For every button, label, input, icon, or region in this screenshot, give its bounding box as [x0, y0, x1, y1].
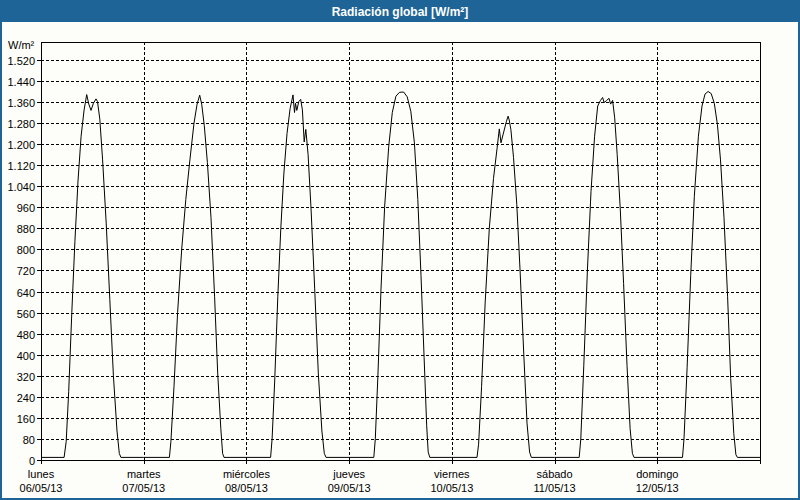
x-date-label: 09/05/13	[328, 482, 371, 494]
radiation-series	[41, 92, 760, 458]
app-window: Radiación global [W/m²] 0801602403204004…	[0, 0, 800, 500]
y-axis-labels: 0801602403204004805606407208008809601.04…	[7, 39, 35, 467]
window-title: Radiación global [W/m²]	[332, 5, 469, 19]
y-tick-label: 1.280	[7, 118, 35, 130]
radiation-chart: 0801602403204004805606407208008809601.04…	[2, 22, 798, 498]
radiation-line	[41, 92, 760, 458]
y-tick-label: 1.440	[7, 76, 35, 88]
gridlines	[41, 42, 760, 460]
y-tick-label: 240	[17, 392, 35, 404]
y-tick-label: 880	[17, 223, 35, 235]
y-tick-label: 1.200	[7, 139, 35, 151]
x-date-label: 08/05/13	[225, 482, 268, 494]
x-axis-labels: lunes06/05/13martes07/05/13miércoles08/0…	[20, 468, 679, 494]
y-tick-label: 640	[17, 287, 35, 299]
y-axis-unit-label: W/m²	[8, 39, 35, 51]
x-weekday-label: viernes	[434, 468, 470, 480]
y-tick-label: 1.120	[7, 160, 35, 172]
axis-ticks	[37, 61, 761, 465]
x-weekday-label: sábado	[537, 468, 573, 480]
x-date-label: 11/05/13	[534, 482, 576, 494]
x-date-label: 12/05/13	[636, 482, 679, 494]
chart-container: 0801602403204004805606407208008809601.04…	[2, 22, 798, 498]
y-tick-label: 720	[17, 265, 35, 277]
y-tick-label: 160	[17, 413, 35, 425]
y-tick-label: 480	[17, 329, 35, 341]
title-bar: Radiación global [W/m²]	[2, 2, 798, 22]
y-tick-label: 800	[17, 244, 35, 256]
y-tick-label: 320	[17, 371, 35, 383]
y-tick-label: 80	[23, 434, 35, 446]
y-tick-label: 1.360	[7, 97, 35, 109]
x-date-label: 10/05/13	[430, 482, 473, 494]
x-weekday-label: lunes	[28, 468, 55, 480]
y-tick-label: 960	[17, 202, 35, 214]
x-date-label: 07/05/13	[122, 482, 165, 494]
x-weekday-label: martes	[127, 468, 161, 480]
x-weekday-label: domingo	[636, 468, 678, 480]
x-weekday-label: miércoles	[223, 468, 271, 480]
y-tick-label: 400	[17, 350, 35, 362]
y-tick-label: 1.520	[7, 55, 35, 67]
y-tick-label: 560	[17, 308, 35, 320]
y-tick-label: 1.040	[7, 181, 35, 193]
x-date-label: 06/05/13	[20, 482, 63, 494]
x-weekday-label: jueves	[332, 468, 365, 480]
y-tick-label: 0	[29, 455, 35, 467]
